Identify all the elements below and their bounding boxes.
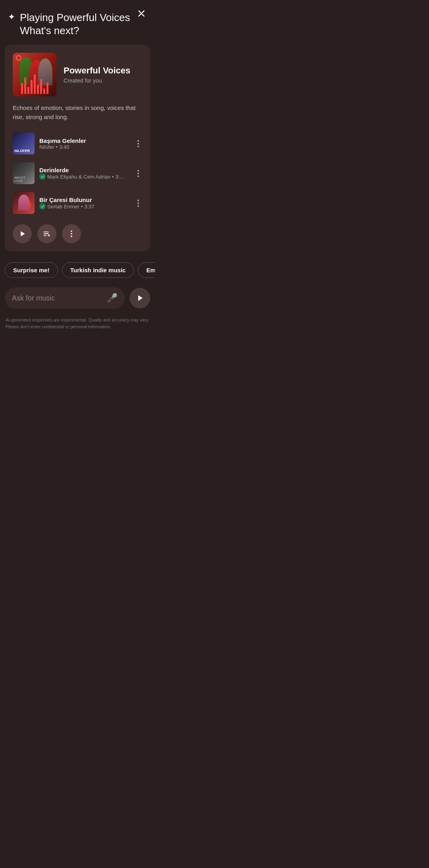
play-button[interactable] <box>13 224 32 243</box>
svg-rect-0 <box>44 232 49 233</box>
svg-rect-1 <box>44 233 49 234</box>
suggestion-chip-turkish[interactable]: Turkish indie music <box>62 262 134 278</box>
track-info: Derinlerde Mark Eliyahu & Cem Adrian • 3… <box>39 167 129 180</box>
svg-point-5 <box>71 231 72 232</box>
search-input-wrap[interactable]: Ask for music 🎤 <box>5 287 125 309</box>
track-item: Bir Çaresi Bulunur Sertab Erener • 3:37 <box>13 188 142 218</box>
add-to-queue-button[interactable] <box>37 224 56 243</box>
artwork-circle-icon <box>16 55 21 61</box>
svg-rect-4 <box>48 235 50 236</box>
svg-rect-2 <box>44 235 46 236</box>
verified-icon <box>39 173 46 180</box>
track-thumbnail: ABOUTLOVE <box>13 162 35 184</box>
track-item: NILÜFER Başıma Gelenler Nilüfer • 3:40 <box>13 129 142 158</box>
verified-icon <box>39 203 46 210</box>
track-meta: Mark Eliyahu & Cem Adrian • 3:… <box>39 173 129 180</box>
track-meta: Sertab Erener • 3:37 <box>39 203 129 210</box>
playlist-info: Powerful Voices Created for you <box>64 65 130 84</box>
playlist-subtitle: Created for you <box>64 77 130 84</box>
search-bar-row: Ask for music 🎤 <box>0 283 155 313</box>
track-list: NILÜFER Başıma Gelenler Nilüfer • 3:40 A… <box>13 129 142 218</box>
track-thumbnail <box>13 192 35 214</box>
sparkle-icon: ✦ <box>8 12 15 22</box>
track-meta: Nilüfer • 3:40 <box>39 144 129 150</box>
close-button[interactable] <box>134 6 149 21</box>
more-options-button[interactable] <box>62 224 81 243</box>
playlist-card: Powerful Voices Created for you Echoes o… <box>5 45 150 251</box>
header-text: Playing Powerful Voices What's next? <box>20 11 130 37</box>
artwork-bars <box>21 73 48 96</box>
header-section: ✦ Playing Powerful Voices What's next? <box>0 0 155 45</box>
playlist-top: Powerful Voices Created for you <box>13 53 142 96</box>
suggestions-row: Surprise me! Turkish indie music Emotion… <box>0 251 155 283</box>
card-actions <box>13 224 142 243</box>
svg-point-6 <box>71 233 72 235</box>
playlist-artwork <box>13 53 56 96</box>
track-more-button[interactable] <box>134 137 142 150</box>
suggestion-chip-emotional[interactable]: Emotional <box>138 262 155 278</box>
track-name: Derinlerde <box>39 167 129 173</box>
playlist-description: Echoes of emotion, stories in song, voic… <box>13 104 142 121</box>
track-thumbnail: NILÜFER <box>13 133 35 154</box>
search-placeholder: Ask for music <box>12 294 107 302</box>
play-round-button[interactable] <box>129 288 150 308</box>
mic-icon[interactable]: 🎤 <box>107 293 118 303</box>
disclaimer-text: AI-generated responses are experimental.… <box>0 313 155 336</box>
track-info: Bir Çaresi Bulunur Sertab Erener • 3:37 <box>39 196 129 210</box>
suggestion-chip-surprise[interactable]: Surprise me! <box>5 262 58 278</box>
track-more-button[interactable] <box>134 167 142 180</box>
playlist-title: Powerful Voices <box>64 65 130 76</box>
track-more-button[interactable] <box>134 196 142 210</box>
track-info: Başıma Gelenler Nilüfer • 3:40 <box>39 137 129 150</box>
svg-point-7 <box>71 236 72 237</box>
track-name: Başıma Gelenler <box>39 137 129 144</box>
track-item: ABOUTLOVE Derinlerde Mark Eliyahu & Cem … <box>13 158 142 188</box>
header-title: Playing Powerful Voices What's next? <box>20 11 130 37</box>
track-name: Bir Çaresi Bulunur <box>39 196 129 203</box>
